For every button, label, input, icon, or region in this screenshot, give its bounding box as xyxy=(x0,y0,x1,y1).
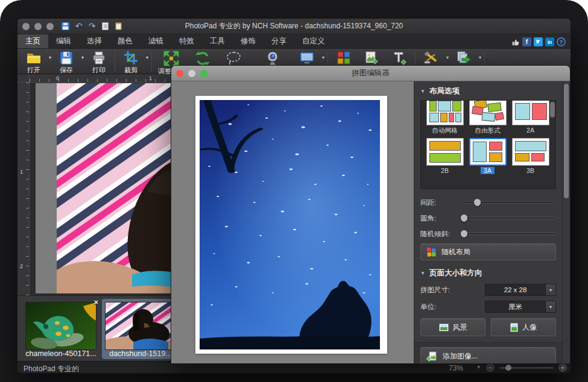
dialog-scrollbar[interactable] xyxy=(562,81,570,364)
ruler-mark: 1 xyxy=(149,75,152,81)
quick-save-icon[interactable] xyxy=(61,22,70,31)
collage-size-select[interactable]: 22 x 28 ▾ xyxy=(485,284,556,296)
dachshund-thumbnail[interactable] xyxy=(106,302,175,349)
zoom-in-button[interactable]: + xyxy=(558,363,567,372)
collapse-triangle-icon[interactable]: ▼ xyxy=(420,89,425,94)
thumbnail-filename: dachshund-1519... xyxy=(102,349,179,358)
close-window-button[interactable] xyxy=(22,23,30,30)
random-tilt-slider-thumb[interactable] xyxy=(461,230,467,237)
portrait-icon xyxy=(510,323,518,332)
collage-settings-panel: ▼ 布局选项 xyxy=(414,81,562,364)
collage-page[interactable] xyxy=(195,96,387,354)
print-button[interactable]: 打印 xyxy=(85,49,113,74)
batch-icon xyxy=(456,51,472,65)
like-icon[interactable] xyxy=(511,37,520,46)
crop-button[interactable]: 裁剪 xyxy=(117,49,145,74)
ruler-mark: 0 xyxy=(56,75,59,81)
image-add-icon xyxy=(364,51,379,65)
minimize-window-button[interactable] xyxy=(34,23,42,30)
canvas-page-margin xyxy=(36,83,57,293)
tab-edit[interactable]: 编辑 xyxy=(48,34,79,48)
facebook-icon[interactable]: f xyxy=(522,37,531,46)
thumbnail-filename: chameleon-450171... xyxy=(22,349,100,358)
collapse-triangle-icon[interactable]: ▼ xyxy=(420,271,425,276)
open-dropdown[interactable]: ▾ xyxy=(48,41,52,74)
layout-list: 自动网格 自由形式 xyxy=(420,100,556,189)
filmstrip-item-chameleon[interactable]: × chameleon-450171... xyxy=(22,299,100,359)
redo-icon[interactable]: ↷ xyxy=(87,22,96,31)
layout-options-header[interactable]: ▼ 布局选项 xyxy=(420,86,556,96)
layout-list-scrollbar[interactable] xyxy=(550,102,555,117)
layout-option-2b[interactable]: 2B xyxy=(423,138,466,175)
text-add-icon xyxy=(391,51,407,65)
tab-custom[interactable]: 自定义 xyxy=(294,34,333,48)
chevron-down-icon: ▾ xyxy=(545,284,555,295)
tab-retouch[interactable]: 修饰 xyxy=(233,34,264,48)
maximize-window-button[interactable] xyxy=(46,23,54,30)
unit-select[interactable]: 厘米 ▾ xyxy=(485,301,556,313)
save-floppy-icon xyxy=(58,51,74,65)
snapshot-icon xyxy=(299,51,315,65)
crop-dropdown[interactable]: ▾ xyxy=(145,41,150,74)
status-app-name: PhotoPad 专业的 xyxy=(24,364,79,374)
layout-option-3a[interactable]: 3A xyxy=(466,138,509,175)
collage-cell-starry-sky[interactable] xyxy=(200,100,380,349)
close-icon[interactable]: × xyxy=(93,299,98,306)
tab-home[interactable]: 主页 xyxy=(17,34,48,48)
ruler-vertical: 1 2 xyxy=(17,83,30,295)
help-icon[interactable]: ? xyxy=(557,37,566,46)
landscape-button[interactable]: 风景 xyxy=(420,318,485,336)
main-titlebar: ↶ ↷ PhotoPad 专业的 by NCH Software - dachs… xyxy=(17,19,571,34)
undo-icon[interactable]: ↶ xyxy=(74,22,83,31)
add-images-button[interactable]: 添加图像... xyxy=(420,347,556,364)
page-size-header[interactable]: ▼ 页面大小和方向 xyxy=(420,268,556,278)
filmstrip-item-dachshund[interactable]: × dachshund-1519... xyxy=(102,299,179,359)
save-dropdown[interactable]: ▾ xyxy=(80,41,85,74)
ruler-mark: 2 xyxy=(20,263,23,269)
zoom-out-button[interactable]: − xyxy=(486,363,495,372)
corner-radius-slider[interactable] xyxy=(461,217,556,219)
collage-icon xyxy=(336,51,352,65)
open-button[interactable]: 打开 xyxy=(20,49,48,74)
zoom-slider[interactable] xyxy=(499,367,554,369)
random-tilt-slider[interactable] xyxy=(461,233,556,235)
landscape-icon xyxy=(439,324,449,331)
open-folder-icon xyxy=(26,51,42,65)
paste-icon[interactable] xyxy=(114,22,123,31)
zoom-slider-thumb[interactable] xyxy=(505,365,511,371)
random-layout-button[interactable]: 随机布局 xyxy=(420,243,556,260)
portrait-button[interactable]: 人像 xyxy=(491,318,556,336)
crop-icon xyxy=(123,51,139,65)
linkedin-icon[interactable]: in xyxy=(545,37,554,46)
toolbar-separator xyxy=(151,51,152,72)
copy-icon[interactable] xyxy=(101,22,110,31)
spacing-slider-thumb[interactable] xyxy=(474,199,481,206)
corner-radius-slider-thumb[interactable] xyxy=(461,214,467,222)
spacing-slider[interactable] xyxy=(461,201,556,204)
tab-color[interactable]: 颜色 xyxy=(110,34,141,48)
zoom-dropdown-chevron-icon[interactable]: ▾ xyxy=(477,364,480,370)
ruler-mark: 1 xyxy=(20,169,23,175)
layout-option-2a[interactable]: 2A xyxy=(509,100,552,134)
random-tilt-label: 随机倾斜: xyxy=(420,230,461,239)
collage-preview-area xyxy=(171,81,414,364)
webcam-icon xyxy=(265,51,280,66)
tab-tools[interactable]: 工具 xyxy=(202,34,233,48)
tools-icon xyxy=(423,51,439,65)
tab-share[interactable]: 分享 xyxy=(264,34,294,48)
save-button[interactable]: 保存 xyxy=(52,49,80,74)
collage-size-label: 拼图尺寸: xyxy=(420,286,485,295)
chameleon-thumbnail[interactable] xyxy=(26,302,96,349)
dialog-title: 拼图编辑器 xyxy=(171,68,570,78)
add-image-icon xyxy=(426,351,437,362)
layout-option-auto-grid[interactable]: 自动网格 xyxy=(423,100,466,134)
layout-option-3b[interactable]: 3B xyxy=(509,138,552,175)
dialog-scrollbar-thumb[interactable] xyxy=(564,84,569,198)
twitter-icon[interactable] xyxy=(534,37,543,46)
layout-option-freeform[interactable]: 自由形式 xyxy=(466,100,509,134)
collage-editor-dialog: 拼图编辑器 xyxy=(171,65,571,364)
corner-radius-label: 圆角: xyxy=(420,214,461,223)
zoom-percent[interactable]: 73% xyxy=(449,364,463,372)
tab-effects[interactable]: 特效 xyxy=(171,34,202,48)
ribbon-tabbar: 主页 编辑 选择 颜色 滤镜 特效 工具 修饰 分享 自定义 f in ? xyxy=(17,34,571,49)
